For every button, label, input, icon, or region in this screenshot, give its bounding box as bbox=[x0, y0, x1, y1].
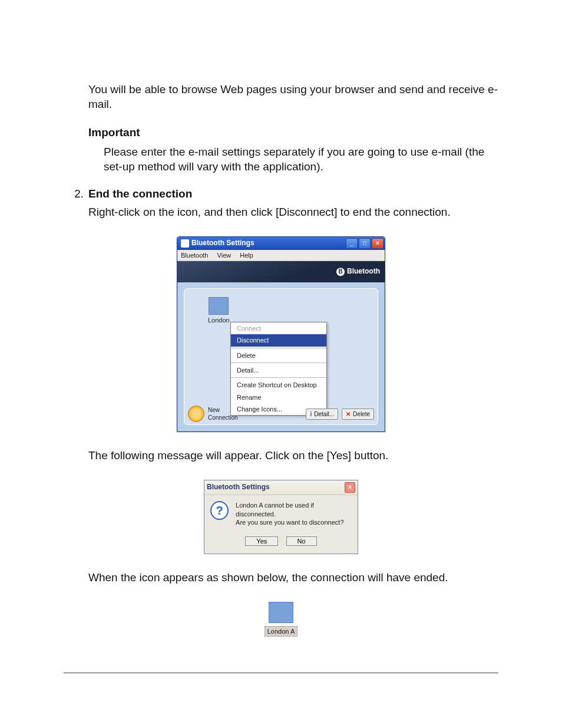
page-divider bbox=[64, 673, 498, 673]
info-icon: i bbox=[310, 410, 312, 418]
window-titlebar[interactable]: Bluetooth Settings _ □ × bbox=[177, 237, 385, 250]
menu-item-delete[interactable]: Delete bbox=[231, 350, 326, 361]
dialog-line-1: London A cannot be used if disconnected. bbox=[236, 501, 352, 519]
after-text-2: When the icon appears as shown below, th… bbox=[88, 571, 498, 585]
step-number: 2. bbox=[64, 187, 88, 202]
detail-button-label: Detail... bbox=[314, 410, 334, 418]
device-item[interactable]: London bbox=[208, 297, 230, 324]
menu-bar: Bluetooth View Help bbox=[177, 250, 385, 261]
menu-view[interactable]: View bbox=[217, 252, 232, 259]
menu-item-connect: Connect bbox=[231, 322, 326, 334]
menu-item-create-shortcut[interactable]: Create Shortcut on Desktop bbox=[231, 379, 326, 391]
device-area: London Connect Disconnect Delete Detail.… bbox=[184, 288, 378, 425]
bluetooth-brand-label: Bluetooth bbox=[347, 267, 380, 276]
dialog-title: Bluetooth Settings bbox=[207, 483, 270, 492]
step-body: Right-click on the icon, and then click … bbox=[88, 205, 498, 220]
device-label: London bbox=[208, 316, 230, 324]
menu-item-disconnect[interactable]: Disconnect bbox=[231, 334, 326, 346]
bluetooth-settings-window: Bluetooth Settings _ □ × Bluetooth View … bbox=[177, 236, 385, 432]
window-title: Bluetooth Settings bbox=[191, 239, 254, 248]
menu-help[interactable]: Help bbox=[240, 252, 253, 259]
confirm-dialog: Bluetooth Settings × ? London A cannot b… bbox=[204, 480, 358, 554]
menu-item-detail[interactable]: Detail... bbox=[231, 364, 326, 376]
minimize-button[interactable]: _ bbox=[346, 238, 358, 249]
device-icon bbox=[269, 602, 293, 623]
new-connection-label: New Connection bbox=[208, 406, 238, 421]
device-icon bbox=[209, 297, 229, 315]
close-button[interactable]: × bbox=[372, 238, 384, 249]
new-connection-icon bbox=[188, 406, 204, 422]
new-connection-button[interactable]: New Connection bbox=[188, 406, 238, 422]
bluetooth-icon: B bbox=[336, 268, 345, 276]
menu-bluetooth[interactable]: Bluetooth bbox=[181, 252, 208, 259]
delete-icon: ✕ bbox=[346, 410, 351, 418]
step-title: End the connection bbox=[88, 187, 192, 202]
device-label: London A bbox=[265, 626, 298, 637]
dialog-close-button[interactable]: × bbox=[345, 482, 355, 493]
delete-button-label: Delete bbox=[353, 410, 370, 418]
maximize-button[interactable]: □ bbox=[359, 238, 371, 249]
context-menu: Connect Disconnect Delete Detail... Crea… bbox=[230, 322, 327, 416]
disconnected-device-icon: London A bbox=[265, 602, 298, 638]
important-heading: Important bbox=[88, 126, 498, 140]
detail-button[interactable]: i Detail... bbox=[306, 409, 338, 420]
dialog-message: London A cannot be used if disconnected.… bbox=[236, 501, 352, 528]
yes-button[interactable]: Yes bbox=[245, 536, 278, 546]
delete-button[interactable]: ✕ Delete bbox=[342, 409, 374, 420]
question-icon: ? bbox=[210, 501, 229, 520]
no-button[interactable]: No bbox=[286, 536, 317, 546]
bluetooth-banner: B Bluetooth bbox=[177, 261, 385, 282]
important-body: Please enter the e-mail settings separat… bbox=[104, 145, 498, 174]
intro-text: You will be able to browse Web pages usi… bbox=[88, 83, 498, 111]
app-icon bbox=[181, 239, 189, 248]
dialog-line-2: Are you sure you want to disconnect? bbox=[236, 518, 352, 527]
after-text-1: The following message will appear. Click… bbox=[88, 449, 498, 463]
menu-item-rename[interactable]: Rename bbox=[231, 391, 326, 403]
